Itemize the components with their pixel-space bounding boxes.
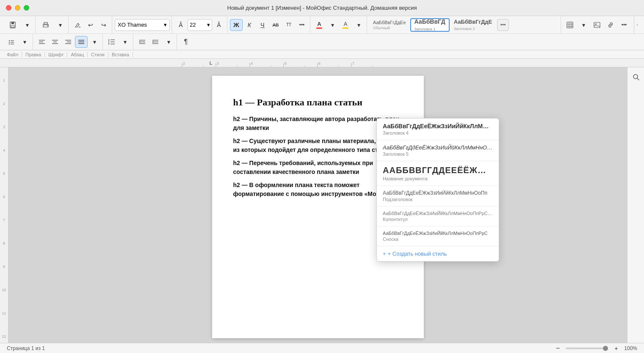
create-new-style-button[interactable]: + + Создать новый стиль bbox=[377, 246, 499, 261]
underline-button[interactable]: Ч bbox=[256, 19, 269, 31]
align-dropdown-button[interactable]: ▾ bbox=[88, 36, 101, 48]
style-item-subheading[interactable]: АаБбВвГгДдЕеЁЖжЗзИиЙйКкЛлМмНнОоПп Подзаг… bbox=[377, 186, 499, 207]
minimize-button[interactable] bbox=[15, 5, 20, 11]
line-spacing-button[interactable] bbox=[105, 36, 118, 48]
style-snoska-preview: АаБбВвГгДдЕеЁЖжЗзИиЙйКкЛлМмНнОоПпРрС bbox=[383, 231, 493, 236]
style-kolontitul-preview: АаБбВвГгДдЕеЁЖжЗзИиЙйКкЛлМмНнОоПпРрСсТгУ bbox=[383, 211, 493, 216]
toolbar: ▾ ▾ ↩ ↪ XO Thames ▾ Â 22 ▾ bbox=[0, 16, 644, 50]
document-area: h1 — Разработка плана статьи h2 — Причин… bbox=[8, 67, 627, 343]
format-group: Ж К Ч АВ ТТ ••• bbox=[228, 16, 310, 33]
font-name-group: XO Thames ▾ bbox=[113, 16, 172, 33]
table-insert-button[interactable] bbox=[564, 19, 576, 31]
save-button[interactable] bbox=[5, 19, 20, 31]
style-item-h4[interactable]: АаБбВвГгДдЕеЁЖжЗзИиЙйКкЛлМмНнОо Заголово… bbox=[377, 119, 499, 140]
align-right-button[interactable] bbox=[62, 36, 75, 48]
font-color-dropdown-button[interactable]: ▾ bbox=[326, 19, 339, 31]
style-chip-h1[interactable]: АаБбВвГДЗаголовок 1 bbox=[410, 18, 450, 32]
label-insert: Вставка bbox=[108, 52, 133, 57]
toolbar-row1: ▾ ▾ ↩ ↪ XO Thames ▾ Â 22 ▾ bbox=[0, 16, 644, 34]
bold-button[interactable]: Ж bbox=[230, 19, 243, 31]
style-item-kolontitul[interactable]: АаБбВвГгДдЕеЁЖжЗзИиЙйКкЛлМмНнОоПпРрСсТгУ… bbox=[377, 207, 499, 226]
font-size-increase-button[interactable]: Â bbox=[213, 19, 225, 31]
style-chip-h1-text: АаБбВвГДЗаголовок 1 bbox=[415, 18, 445, 32]
svg-text:6: 6 bbox=[318, 61, 321, 66]
label-edit: Правка bbox=[22, 52, 45, 57]
print-button[interactable] bbox=[38, 19, 53, 31]
create-style-label: + Создать новый стиль bbox=[388, 251, 447, 257]
doc-heading1[interactable]: h1 — Разработка плана статьи bbox=[233, 97, 403, 108]
style-kolontitul-name: Колонтитул bbox=[383, 217, 493, 222]
table-dropdown-button[interactable]: ▾ bbox=[577, 19, 590, 31]
redo-button[interactable]: ↪ bbox=[97, 19, 110, 31]
style-item-docname[interactable]: ААББВВГГДДЕЕЁЁЖЖЗЗ Название документа bbox=[377, 161, 499, 186]
more-format-button[interactable]: ••• bbox=[296, 19, 308, 31]
label-file: Файл bbox=[3, 52, 22, 57]
font-name-chevron-icon: ▾ bbox=[164, 22, 167, 28]
spacing-group: ▾ bbox=[104, 34, 133, 50]
indent-dropdown-button[interactable]: ▾ bbox=[162, 36, 175, 48]
show-formatting-button[interactable]: ¶ bbox=[180, 36, 192, 48]
more-styles-button[interactable]: ••• bbox=[497, 19, 509, 31]
list-dropdown-button[interactable]: ▾ bbox=[18, 36, 31, 48]
maximize-button[interactable] bbox=[24, 5, 29, 11]
save-dropdown-button[interactable]: ▾ bbox=[21, 19, 33, 31]
style-chip-normal-text: АаБбВвГгДдЕеОбычный bbox=[373, 20, 406, 30]
close-button[interactable] bbox=[6, 5, 11, 11]
indent-increase-button[interactable] bbox=[149, 36, 162, 48]
bullet-list-button[interactable] bbox=[5, 36, 18, 48]
style-h4-preview: АаБбВвГгДдЕеЁЖжЗзИиЙйКкЛлМмНнОо bbox=[383, 123, 493, 130]
toolbar-collapse-button[interactable]: ‹ bbox=[634, 16, 641, 33]
label-paragraph: Абзац bbox=[67, 52, 88, 57]
style-h5-name: Заголовок 5 bbox=[383, 152, 493, 157]
zoom-minus-button[interactable]: − bbox=[553, 344, 562, 353]
zoom-plus-button[interactable]: + bbox=[611, 344, 621, 353]
font-color-button[interactable]: А bbox=[313, 19, 326, 31]
tab-stop-indicator: L bbox=[210, 61, 213, 66]
main-area: 1 2 3 4 5 6 7 8 9 10 11 12 13 14 15 16 1… bbox=[0, 67, 644, 343]
svg-rect-1 bbox=[11, 22, 14, 24]
font-size-group: Â 22 ▾ Â bbox=[173, 16, 227, 33]
highlight-button[interactable]: А bbox=[339, 19, 352, 31]
svg-rect-2 bbox=[11, 25, 14, 27]
font-size-selector[interactable]: 22 ▾ bbox=[188, 19, 212, 31]
style-chip-normal[interactable]: АаБбВвГгДдЕеОбычный bbox=[370, 18, 409, 32]
font-name-selector[interactable]: XO Thames ▾ bbox=[115, 19, 170, 31]
italic-button[interactable]: К bbox=[243, 19, 256, 31]
highlight-dropdown-button[interactable]: ▾ bbox=[352, 19, 365, 31]
link-insert-button[interactable] bbox=[604, 19, 617, 31]
indent-group: ▾ bbox=[134, 34, 177, 50]
font-size-decrease-button[interactable]: Â bbox=[174, 19, 187, 31]
clear-format-button[interactable] bbox=[71, 19, 84, 31]
style-item-snoska[interactable]: АаБбВвГгДдЕеЁЖжЗзИиЙйКкЛлМмНнОоПпРрС Сно… bbox=[377, 226, 499, 246]
style-item-h5[interactable]: АаБбВвГгДдЕеЁЖжЗзИиЙйКкЛлМмНнОоПп Заголо… bbox=[377, 140, 499, 161]
styles-dropdown-list: АаБбВвГгДдЕеЁЖжЗзИиЙйКкЛлМмНнОо Заголово… bbox=[377, 119, 499, 246]
zoom-slider-thumb[interactable] bbox=[603, 346, 608, 351]
undo-button[interactable]: ↩ bbox=[84, 19, 97, 31]
list-group: ▾ bbox=[3, 34, 33, 50]
svg-rect-8 bbox=[567, 22, 573, 28]
style-h5-preview: АаБбВвГгДдЕеЁЖжЗзИиЙйКкЛлМмНнОоПп bbox=[383, 144, 493, 151]
toolbar-labels: Файл Правка Шрифт Абзац Стили Вставка bbox=[0, 50, 644, 59]
image-insert-button[interactable] bbox=[591, 19, 603, 31]
window-controls[interactable] bbox=[6, 5, 29, 11]
zoom-slider[interactable] bbox=[566, 347, 608, 349]
horizontal-ruler: 2 3 4 5 6 7 L bbox=[0, 59, 644, 67]
spacing-dropdown-button[interactable]: ▾ bbox=[119, 36, 131, 48]
svg-text:4: 4 bbox=[251, 61, 253, 66]
svg-rect-5 bbox=[44, 26, 47, 27]
align-left-button[interactable] bbox=[36, 36, 48, 48]
supersub-button[interactable]: ТТ bbox=[282, 19, 295, 31]
print-dropdown-button[interactable]: ▾ bbox=[54, 19, 66, 31]
style-chip-h2-text: АаБбВвГгДдЕЗаголовок 2 bbox=[454, 19, 492, 31]
align-justify-button[interactable] bbox=[75, 36, 88, 48]
right-sidebar bbox=[627, 67, 644, 343]
insert-more-button[interactable]: ••• bbox=[618, 19, 630, 31]
align-center-button[interactable] bbox=[49, 36, 61, 48]
styles-dropdown-panel: АаБбВвГгДдЕеЁЖжЗзИиЙйКкЛлМмНнОо Заголово… bbox=[376, 118, 499, 262]
style-chip-h2[interactable]: АаБбВвГгДдЕЗаголовок 2 bbox=[451, 18, 496, 32]
history-group: ↩ ↪ bbox=[69, 16, 112, 33]
style-h4-name: Заголовок 4 bbox=[383, 130, 493, 135]
indent-decrease-button[interactable] bbox=[136, 36, 149, 48]
search-sidebar-button[interactable] bbox=[630, 71, 642, 83]
strikethrough-button[interactable]: АВ bbox=[269, 19, 282, 31]
